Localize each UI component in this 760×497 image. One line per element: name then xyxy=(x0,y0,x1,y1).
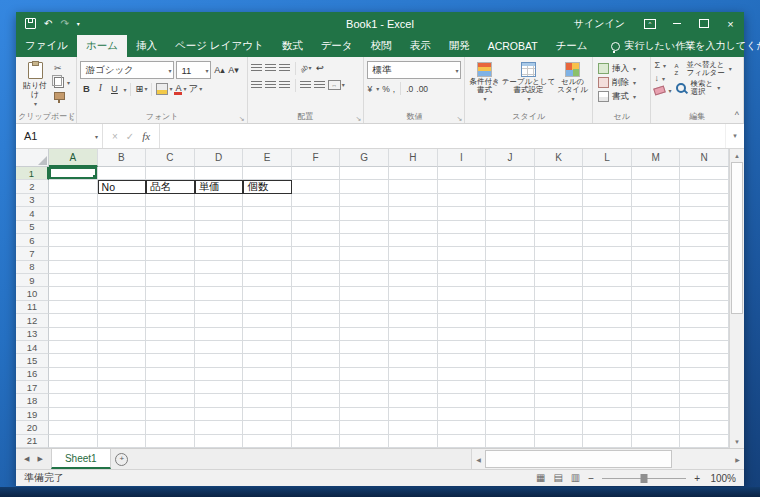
cell-I11[interactable] xyxy=(438,301,487,314)
cell-F16[interactable] xyxy=(292,368,341,381)
fill-color-button[interactable]: ▾ xyxy=(156,82,172,96)
cell-G14[interactable] xyxy=(340,341,389,354)
cell-D8[interactable] xyxy=(195,261,244,274)
cell-N21[interactable] xyxy=(680,435,729,448)
align-top-button[interactable] xyxy=(251,61,263,75)
cell-E16[interactable] xyxy=(243,368,292,381)
maximize-button[interactable] xyxy=(690,12,717,35)
cell-K17[interactable] xyxy=(535,381,584,394)
cell-A21[interactable] xyxy=(49,435,98,448)
cell-L20[interactable] xyxy=(583,421,632,434)
customize-qat-button[interactable]: ▾ xyxy=(77,21,80,27)
cell-D13[interactable] xyxy=(195,328,244,341)
cell-M21[interactable] xyxy=(632,435,681,448)
font-dialog-launcher[interactable]: ↘ xyxy=(239,115,245,122)
number-format-combo[interactable]: 標準▾ xyxy=(367,61,461,79)
ribbon-tab-5[interactable]: データ xyxy=(312,35,362,57)
cell-E19[interactable] xyxy=(243,408,292,421)
cell-K10[interactable] xyxy=(535,287,584,300)
cell-J19[interactable] xyxy=(486,408,535,421)
row-header-9[interactable]: 9 xyxy=(16,274,49,287)
cell-A1[interactable] xyxy=(49,167,98,180)
cell-E4[interactable] xyxy=(243,207,292,220)
cell-E10[interactable] xyxy=(243,287,292,300)
cell-F15[interactable] xyxy=(292,354,341,367)
percent-format-button[interactable]: % xyxy=(382,84,390,94)
cancel-button[interactable]: × xyxy=(112,131,118,142)
cell-K18[interactable] xyxy=(535,394,584,407)
cell-F13[interactable] xyxy=(292,328,341,341)
cell-F6[interactable] xyxy=(292,234,341,247)
row-header-21[interactable]: 21 xyxy=(16,435,49,448)
cell-H19[interactable] xyxy=(389,408,438,421)
cell-C13[interactable] xyxy=(146,328,195,341)
cell-E20[interactable] xyxy=(243,421,292,434)
cell-K4[interactable] xyxy=(535,207,584,220)
row-header-8[interactable]: 8 xyxy=(16,261,49,274)
cell-M13[interactable] xyxy=(632,328,681,341)
cell-I6[interactable] xyxy=(438,234,487,247)
windows-taskbar[interactable] xyxy=(0,487,760,497)
cell-F11[interactable] xyxy=(292,301,341,314)
cell-E15[interactable] xyxy=(243,354,292,367)
zoom-slider[interactable] xyxy=(602,478,686,479)
cell-A9[interactable] xyxy=(49,274,98,287)
ribbon-tab-6[interactable]: 校閲 xyxy=(362,35,401,57)
cell-I3[interactable] xyxy=(438,194,487,207)
cell-H10[interactable] xyxy=(389,287,438,300)
cell-H20[interactable] xyxy=(389,421,438,434)
align-middle-button[interactable] xyxy=(265,61,277,75)
cell-C12[interactable] xyxy=(146,314,195,327)
align-center-button[interactable] xyxy=(265,78,277,92)
bold-button[interactable]: B xyxy=(80,82,92,96)
column-header-A[interactable]: A xyxy=(49,149,98,167)
column-header-N[interactable]: N xyxy=(680,149,729,167)
row-header-4[interactable]: 4 xyxy=(16,207,49,220)
cell-L9[interactable] xyxy=(583,274,632,287)
cell-C2[interactable]: 品名 xyxy=(146,180,195,193)
cell-F9[interactable] xyxy=(292,274,341,287)
row-header-5[interactable]: 5 xyxy=(16,221,49,234)
zoom-percent[interactable]: 100% xyxy=(708,473,736,484)
cut-button[interactable]: ✂ xyxy=(54,64,70,73)
cell-D20[interactable] xyxy=(195,421,244,434)
cell-M5[interactable] xyxy=(632,221,681,234)
cell-D14[interactable] xyxy=(195,341,244,354)
horizontal-scroll-thumb[interactable] xyxy=(485,450,672,468)
cell-I4[interactable] xyxy=(438,207,487,220)
cell-N17[interactable] xyxy=(680,381,729,394)
align-left-button[interactable] xyxy=(251,78,263,92)
cell-D18[interactable] xyxy=(195,394,244,407)
cell-L10[interactable] xyxy=(583,287,632,300)
insert-function-button[interactable]: fx xyxy=(142,130,150,142)
align-bottom-button[interactable] xyxy=(279,61,291,75)
cell-I2[interactable] xyxy=(438,180,487,193)
cell-N18[interactable] xyxy=(680,394,729,407)
sign-in-button[interactable]: サインイン xyxy=(574,17,625,31)
cell-L12[interactable] xyxy=(583,314,632,327)
cell-F19[interactable] xyxy=(292,408,341,421)
cell-D3[interactable] xyxy=(195,194,244,207)
undo-button[interactable]: ↶ xyxy=(44,19,52,29)
cell-D9[interactable] xyxy=(195,274,244,287)
cell-M14[interactable] xyxy=(632,341,681,354)
cell-B4[interactable] xyxy=(98,207,147,220)
cell-L21[interactable] xyxy=(583,435,632,448)
row-header-3[interactable]: 3 xyxy=(16,194,49,207)
select-all-button[interactable] xyxy=(16,149,49,167)
cell-J1[interactable] xyxy=(486,167,535,180)
cell-N9[interactable] xyxy=(680,274,729,287)
cell-A17[interactable] xyxy=(49,381,98,394)
cell-L19[interactable] xyxy=(583,408,632,421)
cell-M17[interactable] xyxy=(632,381,681,394)
delete-cells-button[interactable]: 削除▾ xyxy=(598,77,646,88)
increase-indent-button[interactable] xyxy=(314,78,326,92)
cell-A15[interactable] xyxy=(49,354,98,367)
cell-M8[interactable] xyxy=(632,261,681,274)
cell-N14[interactable] xyxy=(680,341,729,354)
cell-E2[interactable]: 個数 xyxy=(243,180,292,193)
cell-J7[interactable] xyxy=(486,247,535,260)
cell-A4[interactable] xyxy=(49,207,98,220)
cell-H14[interactable] xyxy=(389,341,438,354)
cell-L17[interactable] xyxy=(583,381,632,394)
